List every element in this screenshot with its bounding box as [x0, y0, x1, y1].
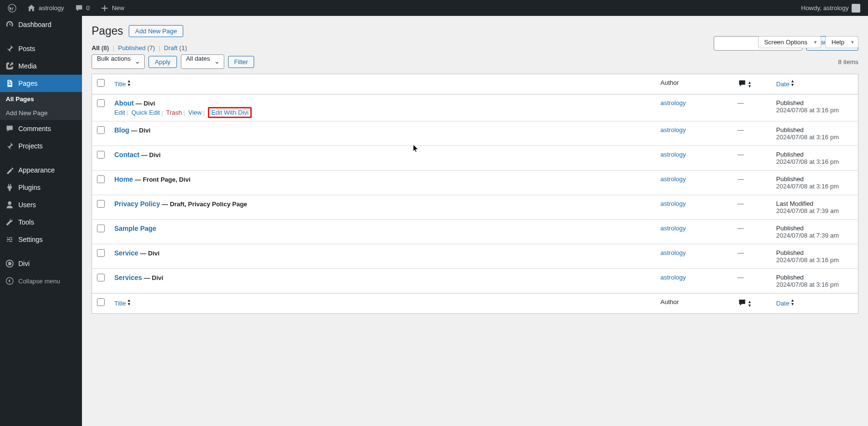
submenu-all-pages[interactable]: All Pages — [0, 92, 82, 106]
new-shortcut[interactable]: New — [96, 4, 128, 13]
menu-settings[interactable]: Settings — [0, 231, 82, 248]
page-title-link[interactable]: Service — [114, 249, 138, 257]
comments-value: — — [738, 225, 744, 232]
site-link[interactable]: astrology — [23, 4, 68, 13]
menu-posts[interactable]: Posts — [0, 40, 82, 57]
users-icon — [5, 200, 14, 210]
menu-pages[interactable]: Pages — [0, 75, 82, 92]
row-checkbox[interactable] — [97, 200, 105, 208]
action-edit[interactable]: Edit — [114, 109, 125, 116]
row-checkbox[interactable] — [97, 225, 105, 232]
date-status: Published — [776, 225, 854, 232]
sort-icon: ▴▾ — [748, 80, 751, 88]
row-checkbox[interactable] — [97, 249, 105, 257]
filter-button[interactable]: Filter — [228, 56, 255, 68]
date-status: Published — [776, 99, 854, 106]
page-title-link[interactable]: Home — [114, 175, 133, 183]
col-author: Author — [656, 74, 733, 94]
author-link[interactable]: astrology — [661, 151, 686, 158]
date-timestamp: 2024/07/08 at 3:16 pm — [776, 106, 854, 114]
author-link[interactable]: astrology — [661, 126, 686, 133]
greeting[interactable]: Howdy, astrology — [797, 4, 864, 13]
col-title[interactable]: Title▴▾ — [109, 74, 656, 94]
menu-dashboard[interactable]: Dashboard — [0, 16, 82, 33]
menu-collapse[interactable]: Collapse menu — [0, 272, 82, 290]
pin-icon — [5, 44, 14, 53]
date-timestamp: 2024/07/08 at 3:16 pm — [776, 183, 854, 190]
author-link[interactable]: astrology — [661, 99, 686, 106]
select-all-bottom[interactable] — [97, 298, 105, 306]
menu-appearance[interactable]: Appearance — [0, 161, 82, 179]
date-status: Published — [776, 249, 854, 256]
comments-value: — — [738, 126, 744, 133]
submenu-add-new[interactable]: Add New Page — [0, 106, 82, 120]
menu-projects[interactable]: Projects — [0, 137, 82, 155]
bulk-actions-select[interactable]: Bulk actions — [92, 54, 145, 69]
comments-shortcut[interactable]: 0 — [71, 4, 94, 13]
col-title-foot[interactable]: Title▴▾ — [109, 293, 656, 314]
date-timestamp: 2024/07/08 at 7:39 am — [776, 232, 854, 239]
action-quick-edit[interactable]: Quick Edit — [131, 109, 160, 116]
plugins-icon — [5, 183, 14, 192]
menu-plugins[interactable]: Plugins — [0, 179, 82, 196]
col-date-foot[interactable]: Date▴▾ — [772, 293, 858, 314]
site-name: astrology — [39, 4, 64, 12]
date-status: Published — [776, 274, 854, 281]
menu-divi[interactable]: Divi — [0, 255, 82, 272]
author-link[interactable]: astrology — [661, 274, 686, 281]
filter-draft[interactable]: Draft (1) — [164, 44, 187, 52]
sort-icon: ▴▾ — [128, 298, 130, 306]
page-title-link[interactable]: Privacy Policy — [114, 200, 160, 208]
select-all-top[interactable] — [97, 79, 105, 87]
author-link[interactable]: astrology — [661, 249, 686, 256]
comment-icon — [75, 4, 83, 13]
date-timestamp: 2024/07/08 at 3:16 pm — [776, 158, 854, 165]
avatar — [852, 4, 860, 13]
menu-users[interactable]: Users — [0, 196, 82, 213]
sort-icon: ▴▾ — [791, 79, 794, 87]
table-row: Service — Divi astrology — Published2024… — [92, 244, 858, 269]
page-title-link[interactable]: Blog — [114, 126, 129, 134]
col-date[interactable]: Date▴▾ — [772, 74, 858, 94]
row-checkbox[interactable] — [97, 175, 105, 183]
filter-published[interactable]: Published (7) — [118, 44, 155, 52]
menu-media[interactable]: Media — [0, 57, 82, 75]
menu-comments[interactable]: Comments — [0, 120, 82, 137]
col-comments-foot[interactable]: ▴▾ — [733, 293, 772, 314]
screen-options-button[interactable]: Screen Options — [758, 36, 822, 48]
menu-tools[interactable]: Tools — [0, 213, 82, 231]
add-new-button[interactable]: Add New Page — [129, 25, 183, 37]
page-title-link[interactable]: Services — [114, 274, 142, 281]
action-view[interactable]: View — [188, 109, 202, 116]
admin-sidebar: Dashboard Posts Media Pages All Pages Ad… — [0, 16, 82, 426]
apply-button[interactable]: Apply — [149, 56, 177, 68]
row-checkbox[interactable] — [97, 151, 105, 159]
page-title-link[interactable]: Contact — [114, 151, 139, 159]
col-comments[interactable]: ▴▾ — [733, 74, 772, 94]
author-link[interactable]: astrology — [661, 200, 686, 207]
new-label: New — [112, 4, 124, 12]
comments-value: — — [738, 99, 744, 106]
wordpress-icon — [8, 4, 16, 13]
svg-point-0 — [8, 4, 16, 12]
title-suffix: — Divi — [134, 100, 155, 107]
page-title-link[interactable]: Sample Page — [114, 225, 156, 232]
row-checkbox[interactable] — [97, 126, 105, 134]
filter-all[interactable]: All (8) — [92, 44, 109, 52]
author-link[interactable]: astrology — [661, 175, 686, 183]
title-suffix: — Front Page, Divi — [133, 176, 190, 183]
help-button[interactable]: Help — [825, 36, 858, 48]
row-checkbox[interactable] — [97, 274, 105, 281]
wp-logo[interactable] — [4, 4, 20, 13]
action-trash[interactable]: Trash — [166, 109, 182, 116]
comments-icon — [5, 124, 14, 133]
action-edit-divi[interactable]: Edit With Divi — [208, 107, 252, 118]
dates-select[interactable]: All dates — [181, 54, 224, 69]
page-title: Pages — [92, 25, 123, 38]
author-link[interactable]: astrology — [661, 225, 686, 232]
page-title-link[interactable]: About — [114, 99, 134, 107]
collapse-icon — [5, 276, 14, 286]
row-checkbox[interactable] — [97, 99, 105, 107]
items-count: 8 items — [838, 58, 858, 66]
title-suffix: — Divi — [138, 250, 160, 257]
